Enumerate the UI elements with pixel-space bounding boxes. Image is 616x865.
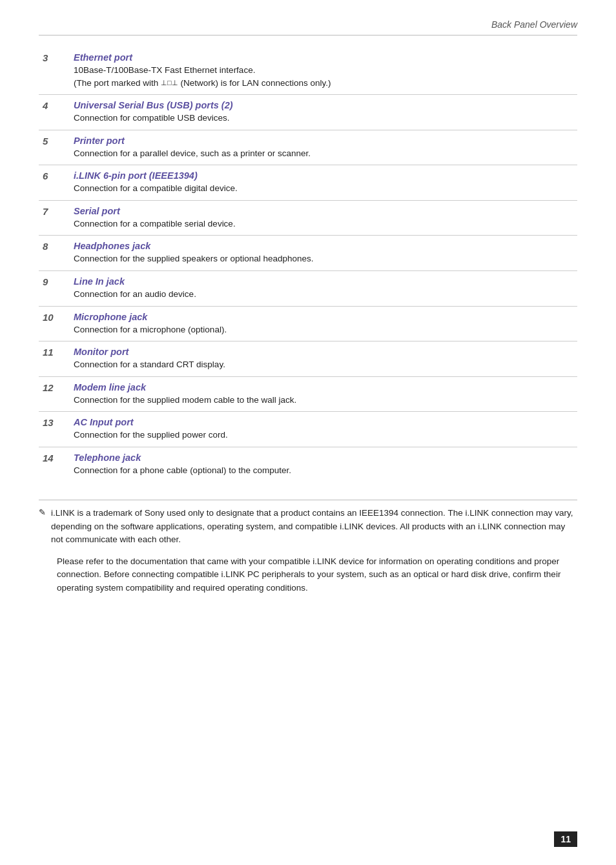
entry-description: Connection for a compatible digital devi…: [74, 182, 573, 195]
entry-number: 13: [39, 412, 70, 447]
entry-number: 6: [39, 165, 70, 201]
table-row: 4Universal Serial Bus (USB) ports (2)Con…: [39, 95, 577, 130]
entry-description: Connection for the supplied power cord.: [74, 429, 573, 442]
page-container: Back Panel Overview 3Ethernet port10Base…: [0, 0, 616, 633]
entry-content: AC Input portConnection for the supplied…: [70, 412, 577, 447]
table-row: 13AC Input portConnection for the suppli…: [39, 412, 577, 447]
entry-description: Connection for a standard CRT display.: [74, 358, 573, 371]
entry-description: Connection for a phone cable (optional) …: [74, 464, 573, 477]
entry-number: 5: [39, 130, 70, 165]
note-block: ✎ i.LINK is a trademark of Sony used onl…: [39, 507, 577, 546]
header-title: Back Panel Overview: [491, 19, 577, 30]
entry-description: Connection for compatible USB devices.: [74, 112, 573, 125]
table-row: 10Microphone jackConnection for a microp…: [39, 306, 577, 341]
page-number: 11: [554, 831, 577, 847]
entry-content: Monitor portConnection for a standard CR…: [70, 341, 577, 377]
entry-title: Universal Serial Bus (USB) ports (2): [74, 100, 573, 110]
entry-number: 10: [39, 306, 70, 341]
entry-title: Printer port: [74, 136, 573, 146]
entry-description: Connection for an audio device.: [74, 288, 573, 301]
table-row: 14Telephone jackConnection for a phone c…: [39, 447, 577, 482]
table-row: 5Printer portConnection for a parallel d…: [39, 130, 577, 165]
note-icon: ✎: [39, 507, 46, 517]
table-row: 8Headphones jackConnection for the suppl…: [39, 236, 577, 271]
entry-title: Headphones jack: [74, 241, 573, 251]
entry-description: Connection for a compatible serial devic…: [74, 218, 573, 230]
entry-number: 9: [39, 270, 70, 306]
entry-description: Connection for a microphone (optional).: [74, 323, 573, 336]
entry-title: Line In jack: [74, 276, 573, 287]
entry-title: AC Input port: [74, 417, 573, 427]
note-text-2: Please refer to the documentation that c…: [39, 555, 577, 595]
entry-title: Serial port: [74, 206, 573, 216]
entry-title: i.LINK 6-pin port (IEEE1394): [74, 170, 573, 181]
entry-title: Microphone jack: [74, 312, 573, 322]
entry-content: Headphones jackConnection for the suppli…: [70, 236, 577, 271]
entry-content: Microphone jackConnection for a micropho…: [70, 306, 577, 341]
entry-number: 7: [39, 200, 70, 236]
entry-content: Telephone jackConnection for a phone cab…: [70, 447, 577, 482]
entry-title: Telephone jack: [74, 453, 573, 463]
entry-number: 11: [39, 341, 70, 377]
entry-number: 12: [39, 376, 70, 412]
entry-description: Connection for the supplied speakers or …: [74, 252, 573, 265]
entry-number: 8: [39, 236, 70, 271]
entry-description: Connection for a parallel device, such a…: [74, 147, 573, 160]
page-header: Back Panel Overview: [39, 19, 577, 36]
note-section: ✎ i.LINK is a trademark of Sony used onl…: [39, 500, 577, 595]
entry-description: 10Base-T/100Base-TX Fast Ethernet interf…: [74, 64, 573, 77]
entry-content: Line In jackConnection for an audio devi…: [70, 270, 577, 306]
table-row: 7Serial portConnection for a compatible …: [39, 200, 577, 236]
entry-content: i.LINK 6-pin port (IEEE1394)Connection f…: [70, 165, 577, 201]
table-row: 3Ethernet port10Base-T/100Base-TX Fast E…: [39, 47, 577, 95]
entry-content: Universal Serial Bus (USB) ports (2)Conn…: [70, 95, 577, 130]
entry-title: Modem line jack: [74, 382, 573, 392]
entry-content: Modem line jackConnection for the suppli…: [70, 376, 577, 412]
entry-number: 4: [39, 95, 70, 130]
table-row: 11Monitor portConnection for a standard …: [39, 341, 577, 377]
network-symbol: ⊥□⊥: [161, 79, 178, 86]
entry-title: Ethernet port: [74, 52, 573, 63]
entry-content: Ethernet port10Base-T/100Base-TX Fast Et…: [70, 47, 577, 95]
entry-description: (The port marked with ⊥□⊥ (Network) is f…: [74, 77, 573, 90]
table-row: 12Modem line jackConnection for the supp…: [39, 376, 577, 412]
entries-table: 3Ethernet port10Base-T/100Base-TX Fast E…: [39, 47, 577, 482]
note-text-1: i.LINK is a trademark of Sony used only …: [51, 507, 577, 546]
table-row: 9Line In jackConnection for an audio dev…: [39, 270, 577, 306]
entry-number: 3: [39, 47, 70, 95]
entry-content: Printer portConnection for a parallel de…: [70, 130, 577, 165]
table-row: 6i.LINK 6-pin port (IEEE1394)Connection …: [39, 165, 577, 201]
entry-description: Connection for the supplied modem cable …: [74, 394, 573, 407]
entry-number: 14: [39, 447, 70, 482]
entry-content: Serial portConnection for a compatible s…: [70, 200, 577, 236]
entry-title: Monitor port: [74, 347, 573, 357]
